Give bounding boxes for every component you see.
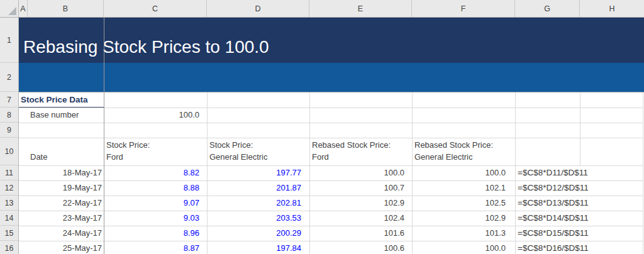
cell-ford-price[interactable]: 8.82 bbox=[104, 165, 207, 180]
cell-rebased-ford[interactable]: 101.6 bbox=[309, 226, 412, 241]
col-header-d[interactable]: D bbox=[207, 0, 309, 17]
row-header-16[interactable]: 16 bbox=[0, 241, 18, 254]
cell-rebased-ford[interactable]: 102.4 bbox=[309, 211, 412, 226]
row-header-13[interactable]: 13 bbox=[0, 196, 18, 211]
cell-formula-note[interactable]: =$C$8*D14/$D$11 bbox=[518, 211, 643, 226]
cell-ford-price[interactable]: 9.07 bbox=[104, 196, 207, 211]
cell-ge-price[interactable]: 200.29 bbox=[207, 226, 309, 241]
cell-header-ford-price[interactable]: Stock Price: Ford bbox=[106, 138, 206, 165]
row-header-7[interactable]: 7 bbox=[0, 92, 18, 108]
header-line: Ford bbox=[106, 152, 206, 163]
cell-formula-note[interactable]: =$C$8*D12/$D$11 bbox=[518, 180, 643, 196]
row-header-14[interactable]: 14 bbox=[0, 211, 18, 226]
header-line: Ford bbox=[312, 152, 411, 163]
cell-date[interactable]: 23-May-17 bbox=[28, 211, 104, 226]
row-header-gutter: 1 2 7 8 9 10 11 12 13 14 15 16 bbox=[0, 18, 19, 254]
cell-formula-note[interactable]: =$C$8*D15/$D$11 bbox=[518, 226, 643, 241]
cell-ford-price[interactable]: 9.03 bbox=[104, 211, 207, 226]
cell-rebased-ge[interactable]: 102.9 bbox=[412, 211, 515, 226]
col-header-c[interactable]: C bbox=[104, 0, 207, 17]
row-header-10[interactable]: 10 bbox=[0, 138, 18, 165]
gridline bbox=[19, 123, 643, 123]
header-line: General Electric bbox=[209, 152, 308, 163]
cell-formula-note[interactable]: =$C$8*D13/$D$11 bbox=[518, 196, 643, 211]
cell-rebased-ge[interactable]: 100.0 bbox=[412, 165, 515, 180]
cell-rebased-ge[interactable]: 102.1 bbox=[412, 180, 515, 196]
cell-base-number-label[interactable]: Base number bbox=[30, 108, 103, 123]
cell-header-date[interactable]: Date bbox=[30, 138, 103, 165]
sheet-title: Rebasing Stock Prices to 100.0 bbox=[19, 36, 269, 63]
cell-base-number-value[interactable]: 100.0 bbox=[104, 108, 207, 123]
col-header-b[interactable]: B bbox=[28, 0, 104, 17]
gridline bbox=[580, 92, 580, 165]
title-banner-cell[interactable]: Rebasing Stock Prices to 100.0 bbox=[19, 18, 644, 63]
header-date-label: Date bbox=[30, 152, 103, 163]
col-header-h[interactable]: H bbox=[580, 0, 644, 17]
col-header-f[interactable]: F bbox=[412, 0, 515, 17]
cell-rebased-ge[interactable]: 100.0 bbox=[412, 241, 515, 254]
cell-rebased-ge[interactable]: 102.5 bbox=[412, 196, 515, 211]
header-line: Stock Price: bbox=[106, 140, 206, 152]
cell-date[interactable]: 18-May-17 bbox=[28, 165, 104, 180]
cell-ford-price[interactable]: 8.88 bbox=[104, 180, 207, 196]
cell-ford-price[interactable]: 8.87 bbox=[104, 241, 207, 254]
cell-header-rebased-ford[interactable]: Rebased Stock Price: Ford bbox=[312, 138, 411, 165]
row-header-1[interactable]: 1 bbox=[0, 18, 18, 63]
cell-rebased-ford[interactable]: 100.0 bbox=[309, 165, 412, 180]
row-header-12[interactable]: 12 bbox=[0, 180, 18, 196]
row-header-8[interactable]: 8 bbox=[0, 108, 18, 123]
cell-date[interactable]: 24-May-17 bbox=[28, 226, 104, 241]
cell-date[interactable]: 19-May-17 bbox=[28, 180, 104, 196]
banner-accent-band[interactable] bbox=[19, 63, 644, 92]
cell-ford-price[interactable]: 8.96 bbox=[104, 226, 207, 241]
freeze-pane-vertical-line bbox=[104, 18, 104, 254]
header-line: Rebased Stock Price: bbox=[312, 140, 411, 152]
select-all-icon bbox=[8, 7, 16, 15]
cell-section-heading[interactable]: Stock Price Data bbox=[21, 92, 109, 108]
cell-rebased-ford[interactable]: 100.6 bbox=[309, 241, 412, 254]
header-line: Rebased Stock Price: bbox=[414, 140, 514, 152]
freeze-pane-horizontal-line bbox=[0, 92, 644, 92]
cell-formula-note[interactable]: =$C$8*D16/$D$11 bbox=[518, 241, 643, 254]
column-header-strip: A B C D E F G H bbox=[0, 0, 644, 18]
cell-ge-price[interactable]: 203.53 bbox=[207, 211, 309, 226]
header-line: Stock Price: bbox=[209, 140, 308, 152]
cell-ge-price[interactable]: 197.77 bbox=[207, 165, 309, 180]
cell-formula-note[interactable]: =$C$8*D11/$D$11 bbox=[518, 165, 643, 180]
cell-rebased-ford[interactable]: 102.9 bbox=[309, 196, 412, 211]
gridline bbox=[515, 92, 516, 254]
select-all-corner[interactable] bbox=[0, 0, 19, 17]
row-header-11[interactable]: 11 bbox=[0, 165, 18, 180]
col-header-a[interactable]: A bbox=[19, 0, 28, 17]
col-header-e[interactable]: E bbox=[309, 0, 412, 17]
cell-header-rebased-ge[interactable]: Rebased Stock Price: General Electric bbox=[414, 138, 514, 165]
col-header-g[interactable]: G bbox=[515, 0, 580, 17]
cell-header-ge-price[interactable]: Stock Price: General Electric bbox=[209, 138, 308, 165]
excel-worksheet: Rebasing Stock Prices to 100.0 Stock Pri… bbox=[0, 0, 644, 254]
row-header-15[interactable]: 15 bbox=[0, 226, 18, 241]
row-header-2[interactable]: 2 bbox=[0, 63, 18, 92]
cell-rebased-ge[interactable]: 101.3 bbox=[412, 226, 515, 241]
cell-rebased-ford[interactable]: 100.7 bbox=[309, 180, 412, 196]
cell-date[interactable]: 25-May-17 bbox=[28, 241, 104, 254]
cell-ge-price[interactable]: 201.87 bbox=[207, 180, 309, 196]
cell-ge-price[interactable]: 202.81 bbox=[207, 196, 309, 211]
cell-ge-price[interactable]: 197.84 bbox=[207, 241, 309, 254]
header-line: General Electric bbox=[414, 152, 514, 163]
cell-date[interactable]: 22-May-17 bbox=[28, 196, 104, 211]
row-header-9[interactable]: 9 bbox=[0, 123, 18, 138]
